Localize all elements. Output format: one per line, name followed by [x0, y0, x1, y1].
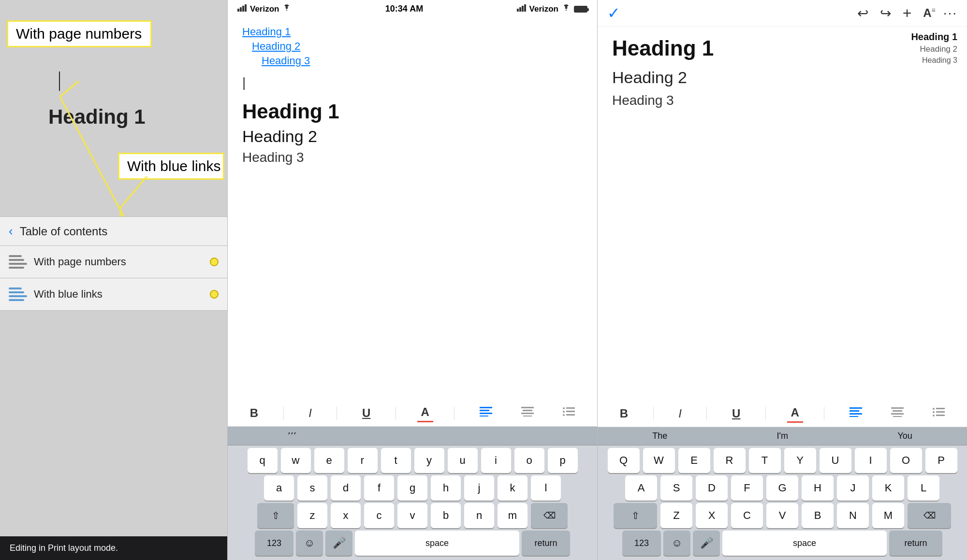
phone2-redo-btn[interactable]: ↪: [880, 5, 891, 21]
key-T[interactable]: T: [749, 448, 781, 473]
toc-item-icon-1: [9, 253, 27, 271]
phone1-underline-btn[interactable]: U: [358, 404, 374, 422]
key-S[interactable]: S: [660, 475, 692, 501]
phone1-suggestion-1[interactable]: ʼʼʼ: [288, 431, 296, 441]
key-e[interactable]: e: [314, 448, 344, 473]
key-k[interactable]: k: [498, 475, 527, 501]
phone2-align-left-btn[interactable]: [846, 405, 866, 422]
key-delete-r[interactable]: ⌫: [908, 503, 951, 528]
key-R[interactable]: R: [714, 448, 746, 473]
key-i[interactable]: i: [481, 448, 511, 473]
key-F[interactable]: F: [731, 475, 763, 501]
key-y[interactable]: y: [414, 448, 444, 473]
key-b[interactable]: b: [431, 503, 461, 528]
key-return-r[interactable]: return: [889, 531, 942, 556]
phone2-more-btn[interactable]: ···: [943, 5, 957, 21]
phone2-italic-btn[interactable]: I: [674, 405, 686, 422]
key-g[interactable]: g: [397, 475, 427, 501]
phone1-fontcolor-btn[interactable]: A: [417, 403, 433, 422]
key-shift[interactable]: ⇧: [257, 503, 294, 528]
key-x[interactable]: x: [331, 503, 361, 528]
key-emoji-r[interactable]: ☺: [663, 531, 690, 556]
key-Q[interactable]: Q: [608, 448, 640, 473]
key-M[interactable]: M: [872, 503, 904, 528]
key-X[interactable]: X: [696, 503, 728, 528]
key-U[interactable]: U: [820, 448, 851, 473]
key-c[interactable]: c: [364, 503, 394, 528]
phone1-list-btn[interactable]: [558, 405, 579, 421]
key-z[interactable]: z: [297, 503, 327, 528]
key-mic-r[interactable]: 🎤: [693, 531, 720, 556]
toc-item-page-numbers[interactable]: With page numbers: [0, 246, 227, 278]
key-return[interactable]: return: [522, 531, 570, 556]
toc-item-blue-links[interactable]: With blue links: [0, 278, 227, 311]
key-emoji[interactable]: ☺: [296, 531, 323, 556]
svg-rect-29: [850, 416, 858, 417]
phone2-list-btn[interactable]: [928, 405, 949, 422]
key-o[interactable]: o: [514, 448, 544, 473]
key-p[interactable]: p: [548, 448, 578, 473]
key-r[interactable]: r: [348, 448, 378, 473]
key-123[interactable]: 123: [255, 531, 293, 556]
key-a[interactable]: a: [264, 475, 294, 501]
phone2-check-btn[interactable]: ✓: [607, 4, 620, 22]
key-j[interactable]: j: [464, 475, 494, 501]
key-V[interactable]: V: [766, 503, 798, 528]
key-E[interactable]: E: [678, 448, 710, 473]
key-space-r[interactable]: space: [722, 531, 887, 556]
key-I[interactable]: I: [855, 448, 887, 473]
key-mic[interactable]: 🎤: [325, 531, 352, 556]
key-t[interactable]: t: [381, 448, 411, 473]
phone1-toc-link-2[interactable]: Heading 2: [252, 40, 583, 53]
phone2-undo-btn[interactable]: ↩: [857, 5, 868, 21]
phone2-fontcolor-btn[interactable]: A: [787, 404, 803, 423]
key-delete[interactable]: ⌫: [531, 503, 568, 528]
key-G[interactable]: G: [766, 475, 798, 501]
phone1-toc-link-3[interactable]: Heading 3: [262, 55, 583, 67]
key-v[interactable]: v: [397, 503, 427, 528]
key-W[interactable]: W: [643, 448, 675, 473]
key-shift-r[interactable]: ⇧: [614, 503, 657, 528]
phone1-toc-link-1[interactable]: Heading 1: [242, 26, 583, 38]
phone2-suggestion-2[interactable]: I'm: [777, 431, 788, 441]
key-h[interactable]: h: [431, 475, 461, 501]
key-L[interactable]: L: [908, 475, 939, 501]
key-m[interactable]: m: [498, 503, 527, 528]
key-n[interactable]: n: [464, 503, 494, 528]
phone2-bold-btn[interactable]: B: [616, 405, 632, 422]
key-J[interactable]: J: [837, 475, 869, 501]
phone1-heading3: Heading 3: [242, 150, 583, 165]
phone2-suggestion-1[interactable]: The: [652, 431, 667, 441]
key-Y[interactable]: Y: [784, 448, 816, 473]
phone2-toc-h3: Heading 3: [911, 56, 957, 65]
key-f[interactable]: f: [364, 475, 394, 501]
phone1-italic-btn[interactable]: I: [305, 404, 316, 422]
key-Z[interactable]: Z: [660, 503, 692, 528]
key-P[interactable]: P: [925, 448, 957, 473]
key-A[interactable]: A: [625, 475, 657, 501]
key-K[interactable]: K: [872, 475, 904, 501]
key-O[interactable]: O: [890, 448, 922, 473]
key-N[interactable]: N: [837, 503, 869, 528]
key-u[interactable]: u: [448, 448, 478, 473]
phone2-suggestion-3[interactable]: You: [897, 431, 912, 441]
phone1-align-left-btn[interactable]: [476, 405, 496, 421]
phone2-add-btn[interactable]: +: [903, 4, 912, 22]
key-s[interactable]: s: [297, 475, 327, 501]
phone1-align-center-btn[interactable]: [517, 405, 538, 421]
key-q[interactable]: q: [248, 448, 278, 473]
key-H[interactable]: H: [802, 475, 834, 501]
key-D[interactable]: D: [696, 475, 728, 501]
key-C[interactable]: C: [731, 503, 763, 528]
key-d[interactable]: d: [331, 475, 361, 501]
toc-back-button[interactable]: ‹: [9, 224, 13, 239]
phone2-align-center-btn[interactable]: [887, 405, 908, 422]
key-l[interactable]: l: [531, 475, 561, 501]
key-w[interactable]: w: [281, 448, 311, 473]
phone2-underline-btn[interactable]: U: [728, 405, 744, 422]
key-B[interactable]: B: [802, 503, 834, 528]
key-123-r[interactable]: 123: [622, 531, 661, 556]
phone1-bold-btn[interactable]: B: [246, 404, 262, 422]
phone2-format-btn[interactable]: A≡: [923, 6, 931, 20]
key-space[interactable]: space: [355, 531, 519, 556]
